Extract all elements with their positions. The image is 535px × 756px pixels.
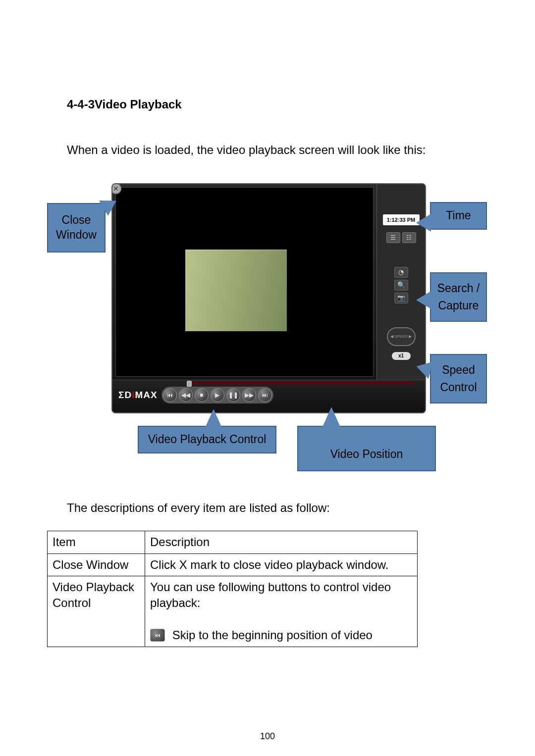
playback-bar: ΣDiMAX ⏮ ◀◀ ■ ▶ ❚❚ ▶▶ ⏭ [112,380,425,410]
logo-part-a: ΣD [118,390,132,400]
search-icon[interactable]: 🔍 [394,280,408,291]
time-display: 1:12:33 PM [383,214,420,225]
clock-icon[interactable]: ◔ [394,267,408,278]
callout-video-playback-control: Video Playback Control [138,426,276,454]
page-number: 100 [0,730,535,742]
callout-arrow [416,214,431,232]
brand-logo: ΣDiMAX [118,390,158,401]
speed-wheel[interactable] [387,327,416,346]
skip-end-icon[interactable]: ⏭ [258,388,272,402]
video-frame [185,250,287,331]
next-frame-icon[interactable]: ▶▶ [242,388,256,402]
section-heading: 4-4-3Video Playback [67,97,488,112]
table-cell-item: Close Window [48,554,145,576]
position-slider[interactable] [187,382,413,384]
table-header-item: Item [48,531,145,554]
callout-close-window: Close Window [47,203,106,252]
pause-icon[interactable]: ❚❚ [226,388,240,402]
logo-part-b: MAX [135,390,157,400]
table-cell-desc: You can use following buttons to control… [145,576,418,647]
callout-search-capture: Search / Capture [430,272,487,322]
layout-prev-icon[interactable]: ☰ [386,232,400,243]
callout-arrow [322,407,340,427]
screenshot-diagram: ✕ 1:12:33 PM ☰ ☷ ◔ 🔍 📷 x1 [47,183,488,480]
table-header-description: Description [145,531,418,554]
video-viewport [115,187,374,377]
intro-text: When a video is loaded, the video playba… [67,142,488,158]
callout-time: Time [430,202,487,230]
skip-start-label: Skip to the beginning position of video [172,628,373,642]
callout-video-position: Video Position [297,426,436,471]
video-player-window: ✕ 1:12:33 PM ☰ ☷ ◔ 🔍 📷 x1 [111,183,426,413]
play-icon[interactable]: ▶ [211,388,224,402]
stop-icon[interactable]: ■ [195,388,209,402]
close-icon[interactable]: ✕ [111,183,121,194]
table-cell-desc-line: You can use following buttons to control… [150,580,391,609]
camera-icon[interactable]: 📷 [394,293,408,303]
description-intro: The descriptions of every item are liste… [67,500,488,516]
description-table: Item Description Close Window Click X ma… [47,531,418,647]
skip-start-icon: ⏮ [150,629,165,642]
playback-button-group: ⏮ ◀◀ ■ ▶ ❚❚ ▶▶ ⏭ [161,387,273,403]
layout-next-icon[interactable]: ☷ [402,232,416,243]
speed-indicator: x1 [392,352,411,360]
skip-start-icon[interactable]: ⏮ [163,388,177,402]
prev-frame-icon[interactable]: ◀◀ [179,388,193,402]
callout-arrow [416,291,431,309]
callout-arrow [205,409,222,429]
table-cell-desc: Click X mark to close video playback win… [145,554,418,576]
callout-speed-control: Speed Control [430,354,487,403]
table-cell-item: Video Playback Control [48,576,145,647]
